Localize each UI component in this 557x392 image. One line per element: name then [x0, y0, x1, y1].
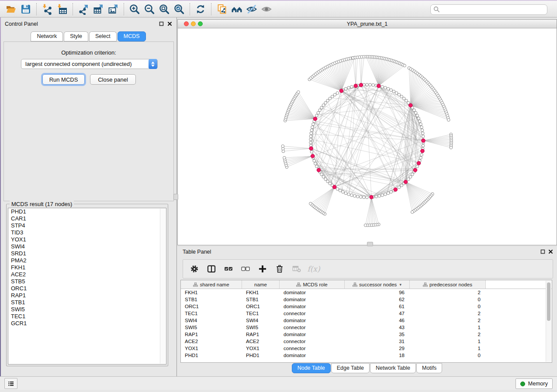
refresh-layout-button[interactable] — [193, 3, 208, 16]
column-header-shared-name[interactable]: shared name — [181, 280, 242, 289]
table-row[interactable]: ORC1ORC1dominator610 — [181, 303, 552, 310]
network-canvas[interactable] — [178, 28, 557, 245]
tab-edge-table[interactable]: Edge Table — [331, 363, 370, 373]
mcds-result-item[interactable]: SWI5 — [8, 306, 166, 313]
table-cell[interactable]: 43 — [345, 324, 410, 331]
control-panel-close-button[interactable] — [167, 21, 173, 27]
table-cell[interactable]: STB1 — [181, 296, 242, 303]
deselect-all-button[interactable] — [240, 264, 251, 274]
table-cell[interactable]: dominator — [280, 317, 345, 324]
mcds-result-item[interactable]: SWI4 — [8, 243, 166, 250]
table-cell[interactable]: dominator — [280, 303, 345, 310]
table-cell[interactable]: 96 — [345, 289, 410, 296]
column-header-successor-nodes[interactable]: successor nodes▾ — [345, 280, 410, 289]
table-cell[interactable]: 1 — [410, 338, 486, 345]
memory-button[interactable]: Memory — [515, 378, 553, 389]
optimization-criterion-select[interactable]: largest connected component (undirected) — [21, 59, 158, 69]
table-cell[interactable]: dominator — [280, 331, 345, 338]
search-input[interactable] — [430, 4, 547, 15]
table-cell[interactable]: connector — [280, 338, 345, 345]
network-graph[interactable] — [178, 28, 557, 245]
table-cell[interactable]: PHD1 — [242, 352, 280, 359]
table-panel-close-button[interactable] — [548, 249, 554, 254]
mcds-result-item[interactable]: SRD1 — [8, 250, 166, 257]
export-table-button[interactable] — [91, 3, 106, 16]
tab-network-table[interactable]: Network Table — [370, 363, 416, 373]
table-cell[interactable]: SWI4 — [242, 317, 280, 324]
table-row[interactable]: PHD1PHD1dominator180 — [181, 352, 552, 359]
table-row[interactable]: ACE2ACE2connector311 — [181, 338, 552, 345]
zoom-selected-button[interactable] — [172, 3, 187, 16]
table-cell[interactable]: 46 — [345, 317, 410, 324]
table-cell[interactable]: 0 — [410, 303, 486, 310]
mcds-result-item[interactable]: STB5 — [8, 278, 166, 285]
table-cell[interactable]: STB1 — [242, 296, 280, 303]
table-cell[interactable]: 31 — [345, 338, 410, 345]
mcds-result-item[interactable]: STB1 — [8, 299, 166, 306]
table-cell[interactable]: ORC1 — [181, 303, 242, 310]
select-all-button[interactable] — [223, 264, 234, 274]
tab-mcds[interactable]: MCDS — [118, 31, 146, 41]
show-all-button[interactable] — [259, 3, 274, 16]
create-column-button[interactable] — [257, 264, 268, 274]
mcds-result-item[interactable]: GCR1 — [8, 320, 166, 327]
save-session-button[interactable] — [18, 3, 33, 16]
column-header-predecessor-nodes[interactable]: predecessor nodes — [410, 280, 486, 289]
mcds-result-item[interactable]: RAP1 — [8, 292, 166, 299]
table-cell[interactable]: 0 — [410, 296, 486, 303]
table-cell[interactable]: TEC1 — [242, 310, 280, 317]
zoom-in-button[interactable] — [127, 3, 142, 16]
import-network-button[interactable] — [40, 3, 55, 16]
delete-column-button[interactable] — [274, 264, 285, 274]
column-header-MCDS-role[interactable]: MCDS role — [280, 280, 345, 289]
table-cell[interactable]: connector — [280, 345, 345, 352]
table-settings-button[interactable] — [189, 264, 200, 274]
zoom-fit-button[interactable] — [157, 3, 172, 16]
run-mcds-button[interactable]: Run MCDS — [42, 74, 85, 85]
import-table-button[interactable] — [55, 3, 69, 16]
table-cell[interactable]: 47 — [345, 310, 410, 317]
mcds-result-item[interactable]: TEC1 — [8, 313, 166, 320]
table-cell[interactable]: YOX1 — [181, 345, 242, 352]
tab-node-table[interactable]: Node Table — [292, 363, 331, 373]
mcds-list-scrollbar[interactable] — [160, 209, 166, 364]
mcds-result-item[interactable]: STP4 — [8, 222, 166, 229]
first-neighbors-button[interactable] — [229, 3, 244, 16]
mcds-result-item[interactable]: PHD1 — [8, 208, 166, 215]
mcds-result-item[interactable]: ACE2 — [8, 271, 166, 278]
hide-selected-button[interactable] — [244, 3, 259, 16]
table-cell[interactable]: ORC1 — [242, 303, 280, 310]
table-row[interactable]: YOX1YOX1connector291 — [181, 345, 552, 352]
table-cell[interactable]: 0 — [410, 352, 486, 359]
table-cell[interactable]: TEC1 — [181, 310, 242, 317]
mcds-result-item[interactable]: ORC1 — [8, 285, 166, 292]
table-row[interactable]: STB1STB1dominator620 — [181, 296, 552, 303]
export-network-button[interactable] — [76, 3, 91, 16]
table-cell[interactable]: 35 — [345, 331, 410, 338]
tab-motifs[interactable]: Motifs — [416, 363, 442, 373]
table-cell[interactable]: 29 — [345, 345, 410, 352]
export-image-button[interactable] — [106, 3, 121, 16]
table-cell[interactable]: 1 — [410, 345, 486, 352]
network-view-titlebar[interactable]: YPA_prune.txt_1 — [178, 20, 557, 28]
table-cell[interactable]: PHD1 — [181, 352, 242, 359]
tab-select[interactable]: Select — [89, 31, 117, 41]
table-cell[interactable]: dominator — [280, 289, 345, 296]
control-panel-float-button[interactable] — [159, 21, 164, 27]
table-cell[interactable]: 1 — [410, 324, 486, 331]
mcds-result-item[interactable]: TID3 — [8, 229, 166, 236]
tab-network[interactable]: Network — [31, 31, 63, 41]
table-cell[interactable]: connector — [280, 324, 345, 331]
table-row[interactable]: SWI4SWI4dominator462 — [181, 317, 552, 324]
table-cell[interactable]: 18 — [345, 352, 410, 359]
table-cell[interactable]: RAP1 — [242, 331, 280, 338]
table-row[interactable]: TEC1TEC1connector472 — [181, 310, 552, 317]
show-columns-button[interactable] — [206, 264, 217, 274]
table-row[interactable]: SWI5SWI5connector431 — [181, 324, 552, 331]
table-row[interactable]: RAP1RAP1dominator352 — [181, 331, 552, 338]
table-cell[interactable]: YOX1 — [242, 345, 280, 352]
table-cell[interactable]: connector — [280, 310, 345, 317]
vertical-splitter-handle[interactable] — [173, 194, 178, 200]
mcds-result-item[interactable]: CAR1 — [8, 215, 166, 222]
table-cell[interactable]: FKH1 — [242, 289, 280, 296]
